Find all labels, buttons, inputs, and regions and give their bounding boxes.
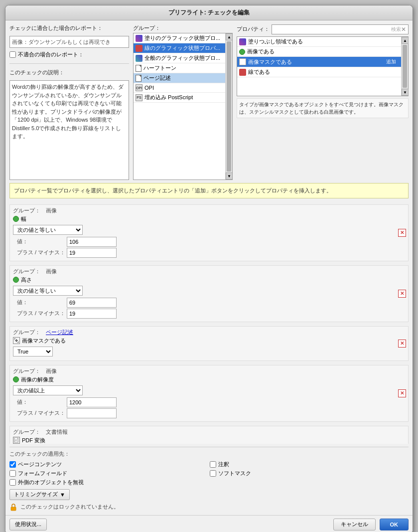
- embed-icon: PS: [136, 94, 142, 101]
- prop-item-image[interactable]: 画像である: [237, 47, 401, 57]
- props-scroll-up[interactable]: ▲: [402, 37, 409, 44]
- c2-delete-button[interactable]: ✕: [398, 290, 406, 298]
- report-value: 画像：ダウンサンプルもしくは再現でき: [12, 38, 111, 46]
- c1-value-input[interactable]: [67, 237, 117, 247]
- props-description: タイプが画像マスクであるオブジェクトをすべて見つけます。画像マスクは、ステンシル…: [237, 98, 409, 118]
- props-scroll-down[interactable]: ▼: [402, 89, 409, 96]
- c5-group-label: グループ： 文書情報: [13, 428, 405, 436]
- group-item-halftone[interactable]: ハーフトーン: [134, 63, 232, 73]
- info-banner-text: プロパティ一覧でプロパティを選択し、選択したプロパティエントリの「追加」ボタンを…: [14, 187, 332, 193]
- add-button[interactable]: 追加: [383, 58, 399, 66]
- props-scroll-thumb[interactable]: [403, 45, 407, 88]
- scroll-down-arrow[interactable]: ▼: [226, 173, 233, 179]
- scroll-thumb[interactable]: [227, 41, 231, 172]
- opi-icon: OPI: [136, 84, 142, 91]
- prop-line-label: 線である: [248, 68, 270, 76]
- prop-item-line[interactable]: 線である: [237, 67, 401, 77]
- c3-group-label: グループ： ページ記述: [13, 329, 405, 336]
- lock-row: このチェックはロックされていません。: [9, 503, 409, 511]
- cb-outside-check[interactable]: [9, 479, 16, 486]
- c1-plusminus-input[interactable]: [67, 248, 117, 258]
- trim-select-label: トリミングサイズ: [14, 491, 58, 498]
- c4-value-input[interactable]: [67, 397, 117, 407]
- c1-property-label: 幅: [21, 215, 26, 223]
- apply-label: このチェックの適用先：: [9, 450, 409, 458]
- prop-image-icon: [239, 49, 245, 55]
- c4-property: 画像の解像度: [13, 376, 405, 383]
- c2-property: 高さ: [13, 276, 405, 284]
- c5-property-label: PDF 変換: [22, 437, 45, 444]
- failure-checkbox[interactable]: [9, 51, 16, 58]
- groups-scrollbar[interactable]: ▲ ▼: [225, 33, 232, 179]
- c4-delete-button[interactable]: ✕: [398, 389, 406, 397]
- group-item-embed[interactable]: PS 埋め込み PostScript: [134, 93, 232, 103]
- report-box[interactable]: 画像：ダウンサンプルもしくは再現でき: [9, 36, 129, 48]
- dialog-title: プリフライト: チェックを編集: [168, 9, 250, 16]
- c3-property: 画像マスクである: [13, 337, 405, 345]
- c3-group-link[interactable]: ページ記述: [46, 329, 73, 335]
- cb-annotation-check[interactable]: [210, 461, 216, 468]
- cb-outside[interactable]: 外側のオブジェクトを無視: [9, 479, 208, 486]
- failure-checkbox-row[interactable]: 不適合の場合のレポート：: [9, 51, 129, 58]
- c1-delete-button[interactable]: ✕: [398, 229, 406, 237]
- c1-plusminus-label: プラス / マイナス：: [17, 249, 67, 256]
- condition-2: グループ： 画像 高さ 次の値と等しい 次の値以上 次の値以下 値：: [9, 265, 409, 322]
- prop-image-label: 画像である: [247, 48, 275, 55]
- divider1: [9, 63, 129, 64]
- line-icon: [136, 45, 142, 52]
- condition-3: グループ： ページ記述 画像マスクである True: [9, 326, 409, 361]
- trim-select-arrow: ▼: [60, 492, 65, 498]
- halftone-icon: [136, 65, 141, 72]
- description-label: このチェックの説明：: [9, 69, 129, 76]
- group-item-paint[interactable]: 塗りのグラフィック状態プロ...: [134, 33, 232, 43]
- props-scrollbar[interactable]: ▲ ▼: [401, 37, 408, 96]
- prop-item-fill[interactable]: 塗りつぶし領域である: [237, 37, 401, 47]
- top-section: チェックに適合した場合のレポート： 画像：ダウンサンプルもしくは再現でき 不適合…: [9, 24, 409, 180]
- cb-softmask-label: ソフトマスク: [218, 470, 251, 477]
- cb-form[interactable]: フォームフィールド: [9, 470, 208, 477]
- cb-form-check[interactable]: [9, 470, 16, 477]
- c2-operator-select[interactable]: 次の値と等しい 次の値以上 次の値以下: [13, 286, 83, 296]
- c1-operator-select[interactable]: 次の値と等しい 次の値以上 次の値以下: [13, 225, 83, 235]
- prop-fill-label: 塗りつぶし領域である: [248, 38, 303, 45]
- group-item-page-label: ページ記述: [143, 74, 171, 82]
- prop-item-mask[interactable]: 画像マスクである 追加: [237, 57, 401, 67]
- group-item-embed-label: 埋め込み PostScript: [144, 94, 193, 101]
- group-item-opi[interactable]: OPI OPI: [134, 83, 232, 93]
- groups-panel: グループ： 塗りのグラフィック状態プロ... 線のグラフィック状態プロパ... …: [133, 24, 233, 180]
- c4-operator-select[interactable]: 次の値以上 次の値以下 次の値と等しい: [13, 385, 83, 395]
- scroll-up-arrow[interactable]: ▲: [226, 33, 233, 40]
- c1-plusminus-row: プラス / マイナス：: [13, 248, 405, 258]
- cb-softmask-check[interactable]: [210, 470, 216, 477]
- c1-property-icon: [13, 216, 19, 222]
- group-item-line[interactable]: 線のグラフィック状態プロパ...: [134, 43, 232, 53]
- cb-softmask[interactable]: ソフトマスク: [210, 470, 409, 477]
- c3-property-icon: [13, 337, 20, 344]
- cb-page-content-check[interactable]: [9, 461, 16, 468]
- search-clear-icon[interactable]: ✕: [401, 26, 406, 33]
- cancel-button[interactable]: キャンセル: [333, 519, 376, 531]
- c2-plusminus-input[interactable]: [67, 309, 117, 319]
- footer: 使用状況... キャンセル OK: [5, 515, 413, 532]
- c3-delete-button[interactable]: ✕: [398, 340, 406, 348]
- c3-bool-select[interactable]: True False: [13, 347, 53, 356]
- c4-plusminus-input[interactable]: [67, 408, 117, 418]
- properties-panel: プロパティ： 検索 ✕ 塗りつぶし領域である 画像である: [237, 24, 409, 180]
- properties-label: プロパティ：: [237, 25, 270, 33]
- group-item-opi-label: OPI: [144, 85, 154, 91]
- search-box[interactable]: 検索 ✕: [272, 24, 409, 34]
- ok-button[interactable]: OK: [380, 519, 409, 531]
- cb-annotation-label: 注釈: [218, 461, 229, 468]
- group-item-page[interactable]: ページ記述: [134, 73, 232, 83]
- c2-property-label: 高さ: [21, 276, 32, 284]
- trim-select-button[interactable]: トリミングサイズ ▼: [9, 489, 70, 500]
- usage-button[interactable]: 使用状況...: [9, 519, 47, 531]
- properties-header: プロパティ： 検索 ✕: [237, 24, 409, 34]
- c2-value-input[interactable]: [67, 298, 117, 308]
- prop-mask-label: 画像マスクである: [248, 58, 292, 66]
- props-desc-text: タイプが画像マスクであるオブジェクトをすべて見つけます。画像マスクは、ステンシル…: [239, 102, 404, 115]
- group-item-general[interactable]: 全般のグラフィック状態プロ...: [134, 53, 232, 63]
- cb-annotation[interactable]: 注釈: [210, 461, 409, 468]
- cb-page-content[interactable]: ページコンテンツ: [9, 461, 208, 468]
- c4-value-label: 値：: [17, 398, 67, 406]
